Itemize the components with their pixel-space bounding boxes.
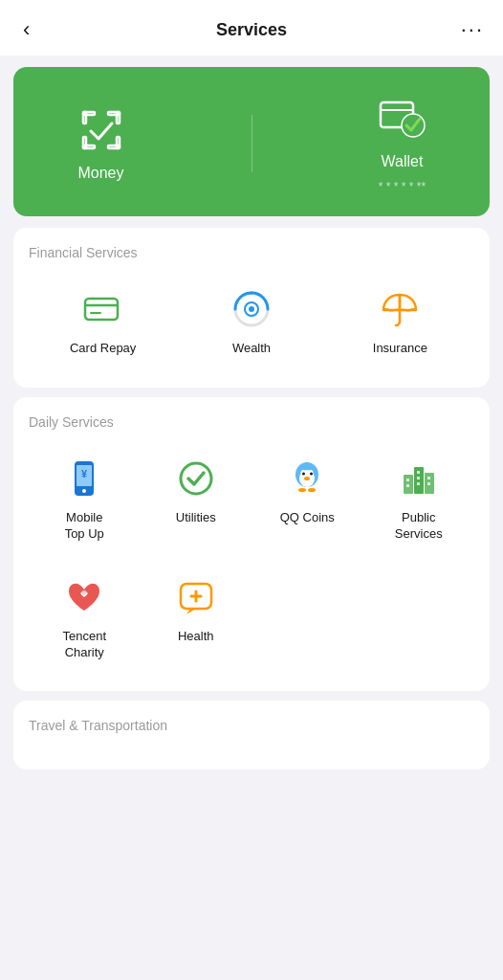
mobile-top-up-label: MobileTop Up — [65, 510, 104, 543]
daily-services-section: Daily Services ¥ MobileTop Up Utili — [13, 397, 490, 692]
svg-point-27 — [302, 472, 305, 475]
wealth-item[interactable]: Wealth — [177, 278, 325, 372]
svg-rect-41 — [427, 482, 430, 485]
insurance-label: Insurance — [373, 341, 427, 357]
public-services-icon — [395, 455, 443, 502]
qq-coins-item[interactable]: QQ Coins — [252, 447, 363, 558]
financial-title: Financial Services — [29, 245, 474, 260]
header: ‹ Services ··· — [0, 0, 503, 56]
utilities-icon — [172, 455, 220, 502]
mobile-top-up-item[interactable]: ¥ MobileTop Up — [29, 447, 141, 558]
svg-rect-38 — [417, 477, 420, 479]
back-button[interactable]: ‹ — [19, 15, 33, 44]
tencent-charity-item[interactable]: TencentCharity — [29, 566, 141, 677]
page-title: Services — [216, 20, 287, 40]
daily-row-2: TencentCharity Health — [29, 566, 474, 677]
svg-point-28 — [310, 472, 313, 475]
qq-coins-icon — [283, 455, 331, 502]
utilities-label: Utilities — [176, 510, 216, 526]
travel-section: Travel & Transportation — [13, 701, 490, 769]
wealth-icon — [228, 285, 275, 333]
svg-rect-35 — [406, 479, 409, 481]
svg-point-30 — [298, 488, 306, 492]
banner-money[interactable]: Money — [77, 105, 126, 182]
public-services-label: PublicServices — [395, 510, 443, 543]
financial-services-section: Financial Services Card Repay — [13, 228, 490, 388]
wallet-icon — [378, 94, 427, 144]
banner: Money Wallet * * * * * ** — [13, 67, 490, 216]
daily-row-1: ¥ MobileTop Up Utilities — [29, 447, 474, 558]
travel-title: Travel & Transportation — [29, 718, 474, 733]
tencent-charity-label: TencentCharity — [62, 629, 106, 661]
daily-title: Daily Services — [29, 414, 474, 430]
qq-coins-label: QQ Coins — [280, 510, 335, 526]
money-icon — [77, 105, 126, 155]
wallet-sub: * * * * * ** — [379, 180, 426, 193]
svg-rect-11 — [85, 299, 118, 320]
banner-divider — [252, 115, 252, 172]
health-icon — [172, 573, 220, 621]
public-services-item[interactable]: PublicServices — [363, 447, 475, 558]
svg-point-22 — [181, 463, 211, 494]
svg-rect-40 — [427, 477, 430, 479]
svg-text:¥: ¥ — [81, 468, 88, 479]
svg-point-16 — [249, 306, 254, 312]
card-repay-item[interactable]: Card Repay — [29, 278, 177, 372]
svg-rect-37 — [417, 471, 420, 474]
banner-wallet[interactable]: Wallet * * * * * ** — [378, 94, 427, 193]
money-label: Money — [77, 165, 123, 182]
svg-point-20 — [82, 489, 86, 493]
card-repay-icon — [79, 285, 127, 333]
wallet-label: Wallet — [382, 153, 424, 170]
svg-rect-39 — [417, 482, 420, 485]
svg-point-31 — [308, 488, 316, 492]
insurance-item[interactable]: Insurance — [326, 278, 474, 372]
insurance-icon — [376, 285, 424, 333]
more-button[interactable]: ··· — [461, 17, 484, 42]
health-label: Health — [178, 629, 214, 645]
utilities-item[interactable]: Utilities — [141, 447, 252, 558]
tencent-charity-icon — [60, 573, 108, 621]
financial-row: Card Repay Wealth — [29, 278, 474, 372]
svg-rect-36 — [406, 484, 409, 487]
card-repay-label: Card Repay — [70, 341, 136, 357]
health-item[interactable]: Health — [141, 566, 252, 677]
mobile-top-up-icon: ¥ — [60, 455, 108, 502]
wealth-label: Wealth — [232, 341, 271, 357]
svg-point-29 — [304, 477, 310, 480]
